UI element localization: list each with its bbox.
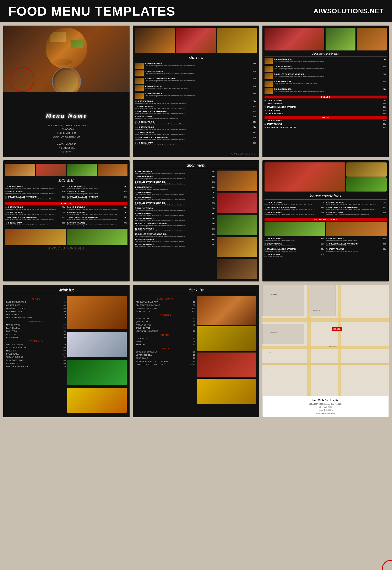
drink-name: NATURAL MINERAL WATER (BOTTLE) bbox=[136, 360, 169, 362]
softs-label: SOFTS bbox=[136, 347, 195, 350]
menu-item-price: 35k bbox=[319, 238, 325, 240]
drink-item: LEMON JUICE LEMONGRASS 50 bbox=[6, 316, 66, 319]
menu-item-row: 5. CHICKEN WINGS Fried chicken wings wit… bbox=[135, 191, 215, 195]
smoothies-label: SMOOTHIES bbox=[6, 321, 66, 323]
drink-price: 90 bbox=[64, 350, 66, 352]
page-header: FOOD MENU TEMPLATES AIWSOLUTIONS.NET bbox=[0, 0, 392, 22]
menu-item-desc: Fried chicken wings with pandan leaves, … bbox=[274, 60, 379, 62]
drink-price: 80 bbox=[64, 343, 66, 346]
menu-item-name: 1. CHICKEN WINGS bbox=[67, 185, 120, 187]
vegetarian-header: vegetarian dishes bbox=[265, 218, 387, 221]
drink-list-right-title: drink list bbox=[136, 288, 256, 294]
drink-name: ORIGINAL MOJITO bbox=[6, 343, 23, 346]
menu-item-price: 20k bbox=[210, 197, 215, 199]
menu-item-desc: Fried chicken wings with pandan leaves, … bbox=[135, 199, 209, 200]
menu-item-desc: Fried chicken wings with pandan leaves, … bbox=[135, 214, 209, 216]
menu-item-name: 3. GRILLED SAUSAGE NORTHERN bbox=[265, 126, 379, 128]
map-website: www.yourwebsite.com bbox=[265, 412, 386, 415]
drink-price: 90 bbox=[193, 304, 195, 306]
drink-price: 40 bbox=[193, 321, 195, 323]
coffees-label: COFFEES bbox=[136, 314, 195, 317]
menu-item-thumb bbox=[135, 93, 144, 99]
menu-item-price: 20k bbox=[251, 111, 257, 113]
menu-item-name: 3. GRILLED SAUSAGE NORTHERN bbox=[274, 73, 379, 75]
menu-item-price: 25k bbox=[251, 137, 257, 139]
drink-item: BANA CHACHA 50 bbox=[6, 327, 66, 329]
cover-text-area: Menu Name 123 A 25ST #600, KANSAS CITY, … bbox=[42, 109, 91, 157]
menu-item-price: 35k bbox=[251, 105, 257, 107]
menu-item-name: 13. GRILLED SAUSAGE NORTHERN bbox=[135, 137, 250, 139]
menu-item-row: 10. CHICKEN WINGS 24k bbox=[265, 113, 387, 115]
beers-list: LOCAL BEER 20 TIGER 25 HEINEKEN 30 bbox=[136, 337, 195, 346]
menu-item-row: 8. GRILLED SAUSAGE NORTHERN Fried chicke… bbox=[135, 111, 257, 114]
soups-items: 1. CHICKEN WINGS 35k 2. CRISPY PRAWNS 20… bbox=[265, 120, 387, 128]
menu-item-row: 5. CHICKEN WINGS Fried chicken wings wit… bbox=[265, 88, 387, 94]
menu-item-name: 6. CRISPY PRAWNS bbox=[67, 211, 120, 213]
menu-item-price: 24k bbox=[60, 185, 66, 187]
drink-price: 50 bbox=[64, 330, 66, 332]
menu-item-price: 30k bbox=[122, 222, 127, 224]
cocktails-label: COCKTAILS bbox=[6, 340, 66, 342]
menu-item-price: 20k bbox=[60, 211, 66, 213]
menu-item-info: 6. CRISPY PRAWNS Fried chicken wings wit… bbox=[67, 211, 120, 215]
menu-item-name: 12. CRISPY PRAWNS bbox=[135, 228, 209, 230]
drink-name: LEMON JUICE LEMONGRASS bbox=[6, 317, 33, 319]
menu-item-info: 9. CHICKEN SATAY bbox=[265, 109, 379, 111]
side-dish-watermark: AIWSOLUTIONS.NET bbox=[5, 245, 127, 252]
menu-item-name: 1. CHICKEN WINGS bbox=[145, 63, 250, 65]
menu-item-price: 30k bbox=[210, 243, 215, 245]
menu-item-name: 6. CRISPY PRAWNS bbox=[135, 197, 209, 199]
menu-item-row: 1. CHICKEN WINGS Fried chicken wings wit… bbox=[265, 201, 325, 205]
lunch-card: lunch menu 1. CHICKEN WINGS Fried chicke… bbox=[133, 160, 259, 282]
menu-item-info: 1. CHICKEN WINGS Fried chicken wings wit… bbox=[145, 63, 250, 67]
menu-item-info: 14. CHICKEN SATAY Crispy squid with Thai… bbox=[135, 142, 250, 146]
menu-item-name: 15. CRISPY PRAWNS bbox=[135, 243, 209, 245]
menu-item-info: 4. CHICKEN SATAY Fried chicken, served w… bbox=[135, 186, 209, 190]
menu-item-name: 12. CRISPY PRAWNS bbox=[135, 131, 250, 134]
menu-item-price: 20k bbox=[381, 212, 387, 214]
drink-price: 50 bbox=[64, 336, 66, 338]
drink-item: KEEP WALKING COFFEE 20 bbox=[136, 330, 195, 332]
drink-price: 100 bbox=[62, 353, 66, 355]
menu-item-price: 20k bbox=[381, 73, 387, 75]
menu-item-info: 4. CHICKEN SATAY Crispy squid with Thai … bbox=[274, 81, 379, 85]
drink-price: 90 bbox=[64, 347, 66, 349]
vegetarian-photos bbox=[265, 222, 387, 236]
drink-price: 10 / 20 bbox=[189, 363, 195, 365]
drink-price: 20 bbox=[193, 360, 195, 362]
menu-item-name: 4. CHICKEN SATAY bbox=[274, 81, 379, 83]
menu-item-row: 12. CRISPY PRAWNS Fried chicken wings wi… bbox=[135, 131, 257, 135]
menu-item-info: 5. CHICKEN WINGS Fried chicken wings wit… bbox=[67, 206, 120, 210]
menu-item-desc: Fried chicken wings with pandan leaves, … bbox=[135, 113, 250, 114]
drink-price: 30 bbox=[193, 318, 195, 320]
menu-item-row: 10. CHICKEN WINGS Fried chicken wings wi… bbox=[135, 121, 257, 125]
menu-item-price: 35k bbox=[122, 206, 127, 208]
lunch-layout: 1. CHICKEN WINGS Fried chicken wings wit… bbox=[135, 171, 257, 279]
menu-item-desc: Fried chicken wings with pandan leaves, … bbox=[135, 193, 209, 195]
drink-price: 30 bbox=[64, 301, 66, 303]
menu-item-info: 5. GRILLED SAUSAGE NORTHERN Fried chicke… bbox=[326, 206, 379, 210]
menu-item-info: 6. CRISPY PRAWNS Fried chicken wings wit… bbox=[135, 197, 209, 200]
menu-item-price: 24k bbox=[122, 191, 127, 193]
menu-item-desc: Fried chicken wings with pandan leaves, … bbox=[265, 250, 318, 252]
menu-item-row: 4. CHICKEN SATAY Crispy squid with Thai … bbox=[135, 85, 257, 91]
drink-price: 20 bbox=[193, 357, 195, 359]
lunch-photos bbox=[217, 171, 257, 279]
menu-item-price: 24k bbox=[381, 113, 387, 115]
menu-item-price: 35k bbox=[60, 196, 66, 198]
menu-item-price: 35k bbox=[319, 248, 325, 250]
menu-item-row: 8. GRILLED SAUSAGE NORTHERN 20k bbox=[265, 106, 387, 108]
menu-item-desc: Fried chicken wings with pandan leaves, … bbox=[326, 209, 379, 210]
menu-item-name: 3. GRILLED SAUSAGE NORTHERN bbox=[135, 181, 209, 183]
menu-item-row: 3. GRILLED SAUSAGE NORTHERN Fried chicke… bbox=[135, 78, 257, 84]
drink-name: BANA CHACHA bbox=[6, 327, 20, 329]
side-dish-items-grid: 1. CHICKEN WINGS Fried chicken wings wit… bbox=[5, 185, 127, 201]
menu-item-price: 25k bbox=[319, 212, 325, 214]
drink-name: ORANGE JUICE bbox=[6, 304, 20, 306]
menu-item-price: 30k bbox=[381, 109, 387, 111]
menu-item-info: 1. CHICKEN WINGS Fried chicken wings wit… bbox=[67, 185, 120, 189]
drink-item: SODA, TONIC 20 bbox=[136, 357, 195, 359]
drink-name: WATERMELON JUICE bbox=[6, 307, 25, 309]
menu-item-price: 20k bbox=[60, 216, 66, 218]
menu-item-row: 5. CHICKEN WINGS Fried chicken wings wit… bbox=[326, 238, 387, 242]
